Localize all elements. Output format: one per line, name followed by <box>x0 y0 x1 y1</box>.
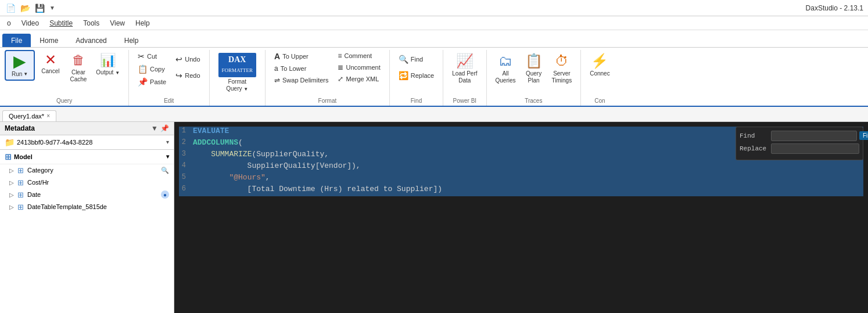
query-plan-label: QueryPlan <box>526 70 541 84</box>
format-query-button[interactable]: DAXFORMATTER FormatQuery ▼ <box>214 50 261 95</box>
ribbon-group-dax: DAXFORMATTER FormatQuery ▼ <box>210 50 266 106</box>
undo-button[interactable]: ↩ Undo <box>171 53 204 66</box>
to-lower-icon: a <box>274 64 278 73</box>
find-button[interactable]: 🔍 Find <box>394 53 438 66</box>
doc-tab-query1[interactable]: Query1.dax* × <box>2 110 56 121</box>
line-num-5: 5 <box>179 173 193 181</box>
redo-button[interactable]: ↪ Redo <box>171 69 204 82</box>
server-timings-button[interactable]: ⏱ ServerTimings <box>548 50 576 87</box>
sidebar-pin-icon[interactable]: 📌 <box>160 124 169 132</box>
db-folder-icon: 📁 <box>5 138 15 147</box>
ribbon: ▶ Run ▼ ✕ Cancel 🗑 ClearCache 📊 Output <box>0 48 868 107</box>
run-icon: ▶ <box>13 53 26 70</box>
run-dropdown-icon[interactable]: ▼ <box>23 71 28 77</box>
tab-help[interactable]: Help <box>116 34 148 47</box>
edit-stack-2: ↩ Undo ↪ Redo <box>171 50 204 85</box>
ribbon-group-connect: ⚡ Connec Con <box>581 50 618 106</box>
merge-xml-button[interactable]: ⤢ Merge XML <box>333 73 384 85</box>
to-lower-button[interactable]: a To Lower <box>270 63 332 74</box>
comment-icon: ≡ <box>338 52 342 60</box>
sidebar-dropdown-icon[interactable]: ▼ <box>151 124 158 132</box>
ribbon-group-connect-content: ⚡ Connec <box>586 50 614 96</box>
ribbon-group-find-content: 🔍 Find 🔁 Replace <box>394 50 438 96</box>
tree-item-costhr[interactable]: ▷ ⊞ Cost/Hr <box>0 177 174 189</box>
cut-button[interactable]: ✂ Cut <box>134 50 170 63</box>
replace-input[interactable] <box>771 143 859 154</box>
save-icon[interactable]: 💾 <box>34 2 46 14</box>
line-content-4: SupplierQuality[Vendor]), <box>193 161 863 170</box>
find-input[interactable] <box>771 131 857 141</box>
editor-area[interactable]: 1 EVALUATE 2 ADDCOLUMNS( 3 SUMMARIZE(Sup… <box>174 122 868 313</box>
find-group-label: Find <box>411 96 422 106</box>
table-icon-category: ⊞ <box>17 166 24 175</box>
sidebar: Metadata ▼ 📌 📁 2413bbf0-9d77-4a43-8228 ▾… <box>0 122 174 313</box>
to-upper-icon: A <box>274 52 280 61</box>
ribbon-group-traces: 🗂 AllQueries 📋 QueryPlan ⏱ ServerTimings… <box>487 50 582 106</box>
find-panel: Find Find Replace <box>736 127 863 160</box>
menu-tools[interactable]: Tools <box>78 18 104 28</box>
menu-o[interactable]: o <box>2 18 16 28</box>
undo-icon: ↩ <box>175 55 182 64</box>
run-button[interactable]: ▶ Run ▼ <box>5 50 35 81</box>
tree-item-category[interactable]: ▷ ⊞ Category 🔍 <box>0 164 174 177</box>
new-file-icon[interactable]: 📄 <box>5 2 17 14</box>
output-icon: 📊 <box>100 53 116 68</box>
connect-group-label: Con <box>594 96 605 106</box>
tab-advanced[interactable]: Advanced <box>67 34 115 47</box>
output-button[interactable]: 📊 Output ▼ <box>92 50 124 79</box>
find-icon: 🔍 <box>399 55 408 64</box>
find-btn[interactable]: Find <box>859 131 868 140</box>
document-tabs: Query1.dax* × <box>0 107 868 122</box>
sidebar-model: ⊞ Model ▾ <box>0 150 174 164</box>
table-icon-costhr: ⊞ <box>17 178 24 187</box>
menu-video[interactable]: Video <box>17 18 44 28</box>
server-timings-icon: ⏱ <box>555 53 569 69</box>
line-num-1: 1 <box>179 127 193 135</box>
doc-tab-close-icon[interactable]: × <box>46 113 50 119</box>
all-queries-button[interactable]: 🗂 AllQueries <box>492 50 520 87</box>
comment-button[interactable]: ≡ Comment <box>333 50 384 62</box>
connect-button[interactable]: ⚡ Connec <box>586 50 614 80</box>
paste-button[interactable]: 📌 Paste <box>134 75 170 88</box>
tree-item-date[interactable]: ▷ ⊞ Date ● <box>0 189 174 201</box>
all-queries-label: AllQueries <box>496 70 516 84</box>
clear-cache-button[interactable]: 🗑 ClearCache <box>66 50 91 86</box>
db-chevron-icon[interactable]: ▾ <box>166 139 169 145</box>
date-special-badge: ● <box>161 190 169 199</box>
copy-button[interactable]: 📋 Copy <box>134 63 170 75</box>
output-dropdown-icon[interactable]: ▼ <box>115 70 120 75</box>
tree-expand-icon-costhr: ▷ <box>9 179 14 186</box>
query-plan-button[interactable]: 📋 QueryPlan <box>521 50 547 87</box>
model-chevron-icon[interactable]: ▾ <box>166 153 169 160</box>
menu-view[interactable]: View <box>105 18 130 28</box>
tab-home[interactable]: Home <box>31 34 67 47</box>
cancel-button[interactable]: ✕ Cancel <box>36 50 64 78</box>
tree-search-icon-category[interactable]: 🔍 <box>161 167 169 174</box>
open-file-icon[interactable]: 📂 <box>19 2 31 14</box>
format-query-label: FormatQuery ▼ <box>226 78 248 92</box>
sidebar-db-selector: 📁 2413bbf0-9d77-4a43-8228 ▾ <box>0 135 174 150</box>
tree-item-datetabletemplate[interactable]: ▷ ⊞ DateTableTemplate_5815de <box>0 201 174 213</box>
tree-label-date: Date <box>27 191 157 198</box>
replace-button[interactable]: 🔁 Replace <box>394 69 438 82</box>
quick-access-dropdown-icon[interactable]: ▼ <box>48 3 56 12</box>
cancel-icon: ✕ <box>45 53 56 67</box>
menu-help[interactable]: Help <box>131 18 155 28</box>
model-name: Model <box>14 153 33 160</box>
find-stack: 🔍 Find 🔁 Replace <box>394 50 438 85</box>
output-label: Output ▼ <box>96 69 120 76</box>
clear-cache-label: ClearCache <box>70 69 87 83</box>
line-num-6: 6 <box>179 185 193 193</box>
tab-file[interactable]: File <box>2 34 31 47</box>
redo-icon: ↪ <box>175 71 182 80</box>
uncomment-button[interactable]: ≣ Uncomment <box>333 62 384 73</box>
load-perf-data-button[interactable]: 📈 Load PerfData <box>448 50 481 87</box>
menu-subtitle[interactable]: Subtitle <box>45 18 77 28</box>
dax-format-icon: DAXFORMATTER <box>218 53 257 77</box>
merge-xml-icon: ⤢ <box>338 75 343 83</box>
db-name: 2413bbf0-9d77-4a43-8228 <box>17 139 164 146</box>
swap-delimiters-button[interactable]: ⇌ Swap Delimiters <box>270 74 332 86</box>
line-num-3: 3 <box>179 150 193 158</box>
find-panel-replace-label: Replace <box>740 145 769 152</box>
to-upper-button[interactable]: A To Upper <box>270 50 332 63</box>
